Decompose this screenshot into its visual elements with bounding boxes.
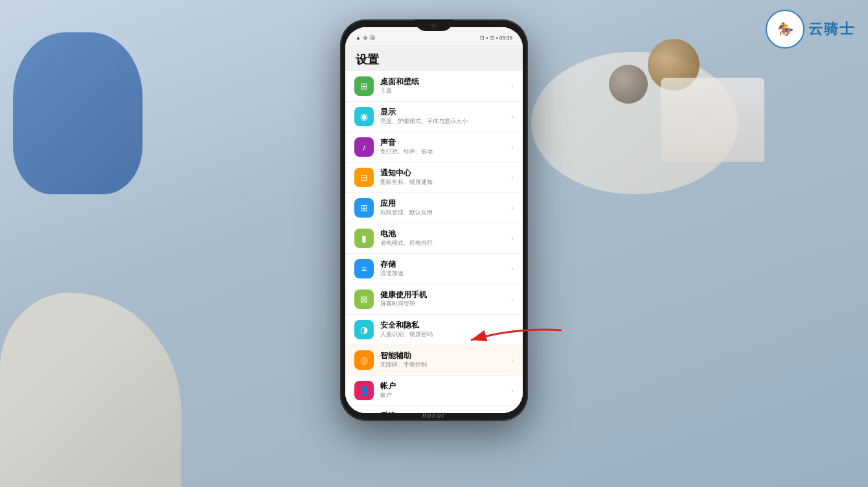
bg-cake [661,78,764,162]
front-camera [431,23,437,28]
health-icon: ⊠ [354,289,374,309]
storage-chevron: › [511,264,514,273]
battery-sub: 省电模式、耗电排行 [380,240,511,247]
security-sub: 人脸识别、锁屏密码 [380,331,511,339]
account-sub: 账户 [380,392,511,400]
settings-item-wallpaper[interactable]: ⊞ 桌面和壁纸 主题 › [345,71,523,101]
wallpaper-name: 桌面和壁纸 [380,77,511,87]
sound-text: 声音 免打扰、铃声、振动 [380,138,511,155]
notification-text: 通知中心 图标鱼标、锁屏通知 [380,168,511,186]
settings-item-sound[interactable]: ♪ 声音 免打扰、铃声、振动 › [345,132,523,162]
account-name: 帐户 [380,381,511,392]
notification-name: 通知中心 [380,168,511,179]
notification-icon: ⊟ [354,168,374,187]
display-chevron: › [511,112,514,121]
screen-content: 设置 ⊞ 桌面和壁纸 主题 › ◉ 显示 亮度、护眼模式、字体与显示 [345,45,523,413]
display-sub: 亮度、护眼模式、字体与显示大小 [380,118,511,126]
sound-name: 声音 [380,138,511,148]
display-text: 显示 亮度、护眼模式、字体与显示大小 [380,108,511,125]
accessibility-name: 智能辅助 [380,351,511,361]
settings-item-account[interactable]: 👤 帐户 账户 › [345,376,523,405]
bg-blue-toy [13,32,143,194]
apps-name: 应用 [380,199,511,209]
logo: 🏇 云骑士 [766,10,855,49]
settings-item-security[interactable]: ◑ 安全和隐私 人脸识别、锁屏密码 › [345,315,523,345]
settings-item-display[interactable]: ◉ 显示 亮度、护眼模式、字体与显示大小 › [345,102,523,131]
accessibility-icon: ◎ [354,350,374,370]
logo-circle: 🏇 [766,10,805,49]
wallpaper-icon: ⊞ [354,76,374,96]
health-name: 健康使用手机 [380,290,511,300]
system-text: 系统 系统导航方式、软件更新、关于手机、语言和输入法 [380,411,511,413]
logo-text: 云骑士 [808,19,855,39]
storage-icon: ≡ [354,259,374,278]
time-label: ⊡ ▪ 09:36 [490,35,512,41]
wallpaper-chevron: › [511,82,514,91]
security-text: 安全和隐私 人脸识别、锁屏密码 [380,321,511,338]
apps-sub: 权限管理、默认应用 [380,209,511,217]
logo-rider-icon: 🏇 [777,21,794,37]
storage-sub: 清理加速 [380,270,511,278]
security-chevron: › [511,325,514,334]
apps-text: 应用 权限管理、默认应用 [380,199,511,216]
accessibility-text: 智能辅助 无障碍、手势控制 [380,351,511,368]
storage-text: 存储 清理加速 [380,260,511,277]
battery-icon: ▪ [486,35,488,41]
phone-notch [415,19,453,31]
battery-settings-icon: ▮ [354,229,374,248]
nfc-icon: ⊡ [480,35,485,41]
accessibility-chevron: › [511,356,514,365]
display-name: 显示 [380,108,511,118]
signal-icon: ▲ [356,35,361,41]
sound-chevron: › [511,142,514,152]
system-name: 系统 [380,411,511,413]
security-icon: ◑ [354,320,374,339]
account-text: 帐户 账户 [380,381,511,399]
accessibility-sub: 无障碍、手势控制 [380,361,511,369]
health-text: 健康使用手机 屏幕时间管理 [380,290,511,308]
wallpaper-text: 桌面和壁纸 主题 [380,77,511,95]
notification-chevron: › [511,173,514,182]
settings-item-battery[interactable]: ▮ 电池 省电模式、耗电排行 › [345,223,523,253]
battery-text: 电池 省电模式、耗电排行 [380,229,511,247]
sound-icon: ♪ [354,137,374,157]
apps-icon: ⊞ [354,198,374,218]
apps-chevron: › [511,203,514,212]
account-chevron: › [511,386,514,395]
health-chevron: › [511,295,514,304]
phone-brand-label: honor [422,412,446,419]
sound-sub: 免打扰、铃声、振动 [380,148,511,156]
page-title: 设置 [345,45,523,71]
settings-item-health[interactable]: ⊠ 健康使用手机 屏幕时间管理 › [345,284,523,314]
display-icon: ◉ [354,107,374,126]
status-right: ⊡ ▪ ⊡ ▪ 09:36 [480,35,512,41]
health-sub: 屏幕时间管理 [380,300,511,308]
bt-icon: ⓑ [370,34,375,41]
security-name: 安全和隐私 [380,321,511,331]
settings-list: ⊞ 桌面和壁纸 主题 › ◉ 显示 亮度、护眼模式、字体与显示大小 › [345,71,523,413]
wallpaper-sub: 主题 [380,87,511,95]
phone-screen: ▲ 令 ⓑ ⊡ ▪ ⊡ ▪ 09:36 设置 ⊞ 桌面和壁纸 主题 [345,27,523,413]
notification-sub: 图标鱼标、锁屏通知 [380,179,511,187]
settings-item-notification[interactable]: ⊟ 通知中心 图标鱼标、锁屏通知 › [345,163,523,192]
battery-chevron: › [511,234,514,243]
battery-name: 电池 [380,229,511,240]
phone-device: ▲ 令 ⓑ ⊡ ▪ ⊡ ▪ 09:36 设置 ⊞ 桌面和壁纸 主题 [340,19,528,421]
account-icon: 👤 [354,381,374,400]
settings-item-accessibility[interactable]: ◎ 智能辅助 无障碍、手势控制 › [345,345,523,375]
storage-name: 存储 [380,260,511,270]
status-left: ▲ 令 ⓑ [356,34,375,41]
bg-sphere-2 [609,65,648,104]
settings-item-storage[interactable]: ≡ 存储 清理加速 › [345,254,523,284]
wifi-icon: 令 [363,34,368,41]
settings-item-apps[interactable]: ⊞ 应用 权限管理、默认应用 › [345,193,523,223]
